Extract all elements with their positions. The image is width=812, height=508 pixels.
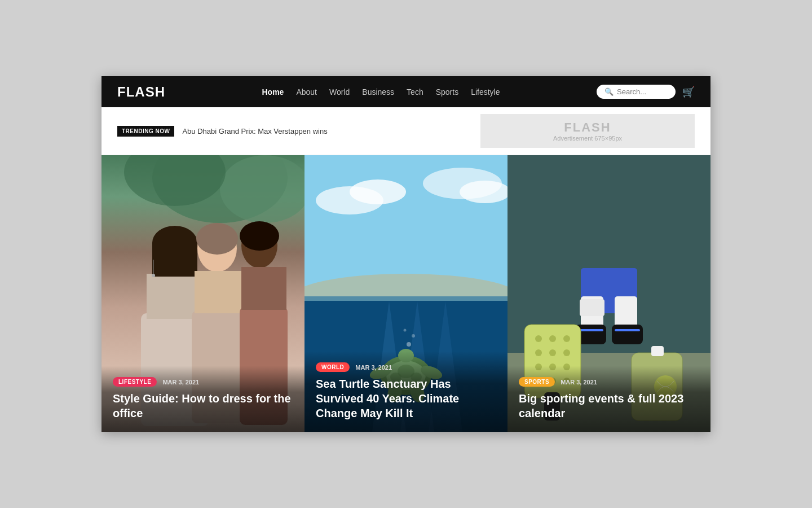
svg-rect-7 xyxy=(152,243,197,277)
sports-title: Big sporting events & full 2023 calendar xyxy=(519,391,699,421)
world-badge[interactable]: WORLD xyxy=(316,362,350,372)
svg-point-17 xyxy=(152,274,155,277)
sports-badge[interactable]: SPORTS xyxy=(519,377,555,387)
search-input[interactable] xyxy=(617,87,668,96)
svg-rect-14 xyxy=(241,267,286,310)
lifestyle-title: Style Guide: How to dress for the office xyxy=(113,391,293,421)
nav-sports[interactable]: Sports xyxy=(436,87,458,97)
svg-point-57 xyxy=(563,335,570,342)
world-title: Sea Turtle Sanctuary Has Survived 40 Yea… xyxy=(316,376,496,421)
svg-point-15 xyxy=(240,221,279,251)
svg-rect-49 xyxy=(612,325,643,344)
card-meta-sports: SPORTS MAR 3, 2021 xyxy=(519,377,699,387)
trending-text: Abu Dhabi Grand Prix: Max Verstappen win… xyxy=(182,127,327,135)
cart-icon[interactable]: 🛒 xyxy=(682,86,695,98)
lifestyle-badge[interactable]: LIFESTYLE xyxy=(113,377,157,387)
lifestyle-date: MAR 3, 2021 xyxy=(162,379,199,386)
nav-tech[interactable]: Tech xyxy=(407,87,423,97)
nav-home[interactable]: Home xyxy=(262,87,284,97)
svg-point-11 xyxy=(196,223,238,255)
card-world[interactable]: WORLD MAR 3, 2021 Sea Turtle Sanctuary H… xyxy=(304,155,508,432)
svg-point-21 xyxy=(350,179,406,204)
world-overlay: WORLD MAR 3, 2021 Sea Turtle Sanctuary H… xyxy=(304,351,508,432)
header-right: 🔍 🛒 xyxy=(597,85,695,99)
site-logo[interactable]: FLASH xyxy=(117,84,165,100)
svg-point-41 xyxy=(412,334,415,338)
svg-rect-50 xyxy=(578,329,603,331)
trending-left: TRENDING NOW Abu Dhabi Grand Prix: Max V… xyxy=(117,126,328,137)
svg-point-56 xyxy=(549,335,556,342)
svg-rect-71 xyxy=(651,346,664,356)
nav-about[interactable]: About xyxy=(296,87,317,97)
svg-point-58 xyxy=(535,349,542,356)
trending-badge: TRENDING NOW xyxy=(117,126,174,137)
hero-grid: LIFESTYLE MAR 3, 2021 Style Guide: How t… xyxy=(102,155,710,432)
card-meta-lifestyle: LIFESTYLE MAR 3, 2021 xyxy=(113,377,293,387)
card-meta-world: WORLD MAR 3, 2021 xyxy=(316,362,496,372)
svg-rect-51 xyxy=(615,329,640,331)
svg-rect-52 xyxy=(580,299,604,316)
svg-point-42 xyxy=(404,329,407,332)
card-sports[interactable]: SPORTS MAR 3, 2021 Big sporting events &… xyxy=(508,155,710,432)
ad-banner-subtitle: Advertisement 675×95px xyxy=(553,135,622,142)
sports-overlay: SPORTS MAR 3, 2021 Big sporting events &… xyxy=(508,366,710,432)
main-nav: Home About World Business Tech Sports Li… xyxy=(262,87,500,97)
lifestyle-overlay: LIFESTYLE MAR 3, 2021 Style Guide: How t… xyxy=(102,366,304,432)
trending-bar: TRENDING NOW Abu Dhabi Grand Prix: Max V… xyxy=(102,107,710,155)
ad-banner-title: FLASH xyxy=(564,120,611,135)
nav-world[interactable]: World xyxy=(329,87,350,97)
svg-point-59 xyxy=(549,349,556,356)
header: FLASH Home About World Business Tech Spo… xyxy=(102,76,710,107)
search-box[interactable]: 🔍 xyxy=(597,85,676,99)
world-date: MAR 3, 2021 xyxy=(355,364,392,371)
nav-business[interactable]: Business xyxy=(362,87,394,97)
svg-rect-10 xyxy=(195,271,242,313)
svg-point-60 xyxy=(563,349,570,356)
sports-date: MAR 3, 2021 xyxy=(561,379,597,386)
nav-lifestyle[interactable]: Lifestyle xyxy=(471,87,500,97)
browser-window: FLASH Home About World Business Tech Spo… xyxy=(102,76,710,432)
svg-point-55 xyxy=(535,335,542,342)
ad-banner: FLASH Advertisement 675×95px xyxy=(480,114,695,148)
svg-point-40 xyxy=(407,342,411,347)
search-icon: 🔍 xyxy=(604,87,614,96)
card-lifestyle[interactable]: LIFESTYLE MAR 3, 2021 Style Guide: How t… xyxy=(102,155,304,432)
svg-rect-25 xyxy=(304,296,508,301)
